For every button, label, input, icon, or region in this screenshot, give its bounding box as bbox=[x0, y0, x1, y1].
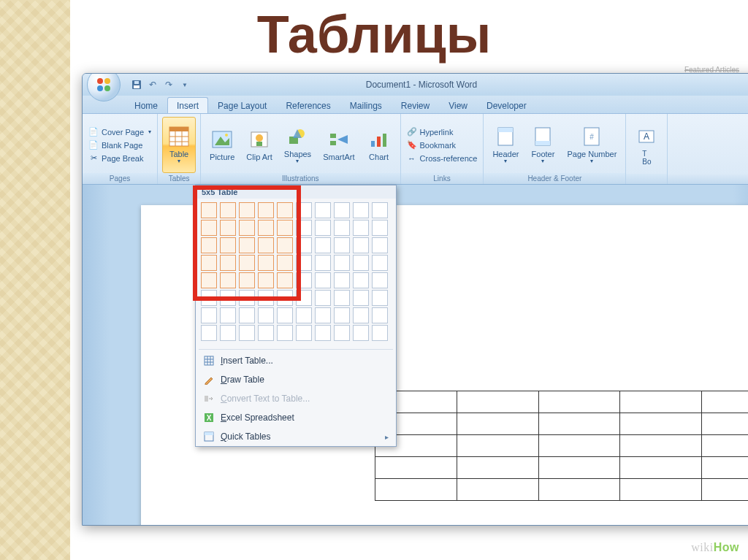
grid-cell[interactable] bbox=[372, 307, 388, 323]
cover-page-button[interactable]: 📄 Cover Page ▾ bbox=[87, 126, 153, 138]
tab-view[interactable]: View bbox=[439, 97, 477, 113]
grid-cell[interactable] bbox=[201, 202, 217, 218]
page-number-button[interactable]: # Page Number ▾ bbox=[562, 117, 621, 173]
grid-cell[interactable] bbox=[315, 290, 331, 306]
grid-cell[interactable] bbox=[353, 272, 369, 288]
grid-cell[interactable] bbox=[239, 220, 255, 236]
grid-cell[interactable] bbox=[258, 272, 274, 288]
grid-cell[interactable] bbox=[277, 237, 293, 253]
undo-icon[interactable]: ↶ bbox=[147, 79, 159, 91]
grid-cell[interactable] bbox=[353, 325, 369, 341]
text-box-button[interactable]: A TBo bbox=[630, 117, 663, 174]
grid-cell[interactable] bbox=[315, 237, 331, 253]
grid-cell[interactable] bbox=[239, 202, 255, 218]
clipart-button[interactable]: Clip Art bbox=[242, 117, 276, 173]
tab-review[interactable]: Review bbox=[392, 97, 439, 113]
grid-cell[interactable] bbox=[296, 237, 312, 253]
grid-cell[interactable] bbox=[239, 237, 255, 253]
grid-cell[interactable] bbox=[239, 290, 255, 306]
tab-references[interactable]: References bbox=[276, 97, 340, 113]
grid-cell[interactable] bbox=[353, 290, 369, 306]
menu-item-quick-tables[interactable]: Quick Tables▸ bbox=[196, 427, 396, 446]
qat-dropdown-icon[interactable]: ▼ bbox=[179, 79, 191, 91]
chart-button[interactable]: Chart bbox=[362, 117, 396, 173]
grid-cell[interactable] bbox=[201, 325, 217, 341]
grid-cell[interactable] bbox=[201, 307, 217, 323]
menu-item-excel-spreadsheet[interactable]: XExcel Spreadsheet bbox=[196, 408, 396, 427]
grid-cell[interactable] bbox=[334, 325, 350, 341]
grid-cell[interactable] bbox=[372, 255, 388, 271]
crossref-button[interactable]: ↔ Cross-reference bbox=[405, 153, 479, 164]
grid-cell[interactable] bbox=[334, 307, 350, 323]
grid-cell[interactable] bbox=[258, 220, 274, 236]
grid-cell[interactable] bbox=[296, 220, 312, 236]
grid-cell[interactable] bbox=[296, 307, 312, 323]
grid-cell[interactable] bbox=[239, 255, 255, 271]
tab-developer[interactable]: Developer bbox=[477, 97, 536, 113]
grid-cell[interactable] bbox=[277, 307, 293, 323]
tab-insert[interactable]: Insert bbox=[167, 97, 208, 113]
grid-cell[interactable] bbox=[315, 325, 331, 341]
table-grid-selector[interactable] bbox=[196, 199, 396, 348]
grid-cell[interactable] bbox=[258, 202, 274, 218]
grid-cell[interactable] bbox=[220, 290, 236, 306]
grid-cell[interactable] bbox=[258, 290, 274, 306]
hyperlink-button[interactable]: 🔗 Hyperlink bbox=[405, 126, 479, 138]
footer-button[interactable]: Footer ▾ bbox=[526, 117, 560, 173]
grid-cell[interactable] bbox=[334, 290, 350, 306]
grid-cell[interactable] bbox=[277, 202, 293, 218]
grid-cell[interactable] bbox=[315, 307, 331, 323]
grid-cell[interactable] bbox=[201, 255, 217, 271]
tab-home[interactable]: Home bbox=[125, 97, 167, 113]
grid-cell[interactable] bbox=[201, 237, 217, 253]
grid-cell[interactable] bbox=[315, 202, 331, 218]
grid-cell[interactable] bbox=[334, 202, 350, 218]
grid-cell[interactable] bbox=[258, 325, 274, 341]
grid-cell[interactable] bbox=[239, 325, 255, 341]
grid-cell[interactable] bbox=[201, 290, 217, 306]
grid-cell[interactable] bbox=[353, 220, 369, 236]
grid-cell[interactable] bbox=[277, 220, 293, 236]
grid-cell[interactable] bbox=[277, 290, 293, 306]
smartart-button[interactable]: SmartArt bbox=[318, 117, 359, 173]
tab-mailings[interactable]: Mailings bbox=[340, 97, 392, 113]
grid-cell[interactable] bbox=[315, 220, 331, 236]
grid-cell[interactable] bbox=[258, 307, 274, 323]
page-break-button[interactable]: ✂ Page Break bbox=[87, 153, 153, 164]
grid-cell[interactable] bbox=[334, 220, 350, 236]
grid-cell[interactable] bbox=[372, 237, 388, 253]
grid-cell[interactable] bbox=[220, 255, 236, 271]
grid-cell[interactable] bbox=[315, 272, 331, 288]
header-button[interactable]: Header ▾ bbox=[488, 117, 523, 173]
grid-cell[interactable] bbox=[296, 290, 312, 306]
picture-button[interactable]: Picture bbox=[205, 117, 239, 173]
grid-cell[interactable] bbox=[258, 237, 274, 253]
bookmark-button[interactable]: 🔖 Bookmark bbox=[405, 139, 479, 151]
grid-cell[interactable] bbox=[296, 202, 312, 218]
grid-cell[interactable] bbox=[220, 272, 236, 288]
grid-cell[interactable] bbox=[334, 255, 350, 271]
grid-cell[interactable] bbox=[296, 255, 312, 271]
redo-icon[interactable]: ↷ bbox=[163, 79, 175, 91]
grid-cell[interactable] bbox=[372, 325, 388, 341]
grid-cell[interactable] bbox=[334, 237, 350, 253]
grid-cell[interactable] bbox=[239, 272, 255, 288]
grid-cell[interactable] bbox=[201, 272, 217, 288]
grid-cell[interactable] bbox=[220, 220, 236, 236]
tab-page-layout[interactable]: Page Layout bbox=[208, 97, 276, 113]
grid-cell[interactable] bbox=[277, 255, 293, 271]
grid-cell[interactable] bbox=[220, 307, 236, 323]
menu-item-draw-table[interactable]: Draw Table bbox=[196, 370, 396, 389]
save-icon[interactable] bbox=[131, 79, 142, 91]
grid-cell[interactable] bbox=[201, 220, 217, 236]
menu-item-insert-table[interactable]: Insert Table... bbox=[196, 351, 396, 370]
grid-cell[interactable] bbox=[258, 255, 274, 271]
grid-cell[interactable] bbox=[220, 325, 236, 341]
grid-cell[interactable] bbox=[277, 272, 293, 288]
grid-cell[interactable] bbox=[372, 290, 388, 306]
grid-cell[interactable] bbox=[334, 272, 350, 288]
blank-page-button[interactable]: 📄 Blank Page bbox=[87, 139, 153, 151]
grid-cell[interactable] bbox=[372, 202, 388, 218]
grid-cell[interactable] bbox=[372, 220, 388, 236]
table-button[interactable]: Table ▾ bbox=[162, 117, 196, 173]
